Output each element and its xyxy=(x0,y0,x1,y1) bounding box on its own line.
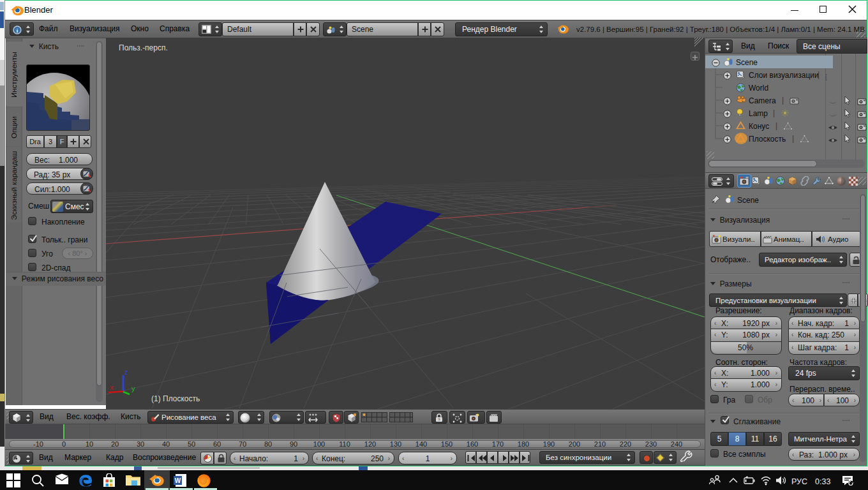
svg-text:z: z xyxy=(124,368,128,376)
svg-text:x: x xyxy=(110,383,114,391)
svg-text:W: W xyxy=(175,477,181,484)
svg-text:y: y xyxy=(131,385,135,392)
